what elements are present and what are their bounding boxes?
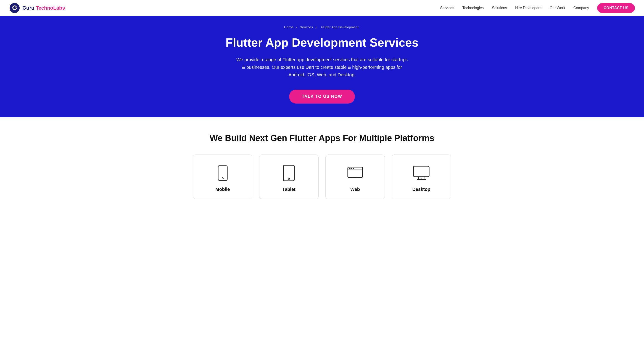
web-icon [346,164,364,182]
platform-card-mobile: Mobile [193,155,252,199]
hero-description: We provide a range of Flutter app develo… [235,56,409,79]
breadcrumb-home[interactable]: Home [284,25,293,29]
tablet-icon [280,164,298,182]
svg-rect-4 [284,165,294,181]
header: G Guru TechnoLabs Services Technologies … [0,0,644,16]
platforms-section: We Build Next Gen Flutter Apps For Multi… [0,117,644,208]
desktop-label: Desktop [412,187,430,192]
web-label: Web [350,187,360,192]
contact-us-button[interactable]: CONTACT US [597,3,635,13]
svg-rect-2 [218,166,227,180]
logo-text: Guru TechnoLabs [22,5,65,11]
nav-company[interactable]: Company [574,6,589,10]
logo[interactable]: G Guru TechnoLabs [9,3,65,14]
svg-point-8 [350,168,350,169]
breadcrumb-current: Flutter App Development [321,25,358,29]
breadcrumb-sep1: » [296,25,298,29]
hero-section: Home » Services » Flutter App Developmen… [0,16,644,117]
nav-our-work[interactable]: Our Work [550,6,565,10]
nav-hire-developers[interactable]: Hire Developers [515,6,542,10]
platforms-grid: Mobile Tablet Web [9,155,635,199]
mobile-icon [214,164,232,182]
nav-technologies[interactable]: Technologies [462,6,484,10]
svg-point-3 [222,178,223,179]
breadcrumb-services[interactable]: Services [300,25,313,29]
tablet-label: Tablet [282,187,295,192]
logo-part1: Guru [22,5,34,11]
svg-point-16 [421,179,422,179]
desktop-icon [412,164,430,182]
logo-icon: G [9,3,20,14]
platform-card-desktop: Desktop [392,155,451,199]
platforms-title: We Build Next Gen Flutter Apps For Multi… [9,133,635,143]
hero-title: Flutter App Development Services [4,36,640,50]
svg-rect-12 [414,166,429,177]
nav-solutions[interactable]: Solutions [492,6,507,10]
mobile-label: Mobile [215,187,230,192]
platform-card-tablet: Tablet [259,155,318,199]
breadcrumb-sep2: » [315,25,318,29]
nav-services[interactable]: Services [440,6,454,10]
talk-to-us-button[interactable]: TALK TO US NOW [289,90,355,104]
svg-text:G: G [12,4,17,11]
logo-part2: TechnoLabs [36,5,65,11]
breadcrumb: Home » Services » Flutter App Developmen… [4,25,640,29]
platform-card-web: Web [326,155,385,199]
main-nav: Services Technologies Solutions Hire Dev… [440,3,635,13]
svg-point-5 [288,178,290,179]
svg-point-9 [351,168,352,169]
svg-point-10 [353,168,354,169]
